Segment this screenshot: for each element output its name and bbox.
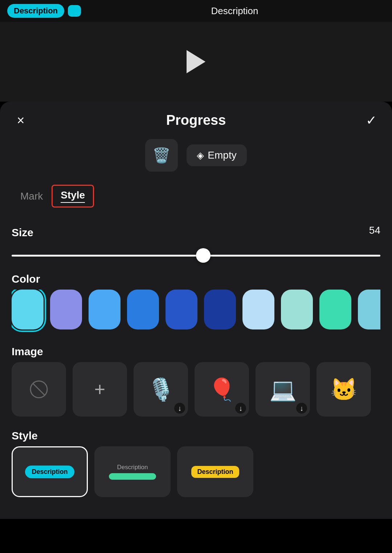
image-item-balloon[interactable]: 🎈 ↓ [195, 362, 249, 417]
delete-button[interactable]: 🗑️ [145, 139, 178, 172]
style-row: Description Description Description [12, 446, 380, 497]
image-item-cat[interactable]: 🐱 [317, 362, 371, 417]
style-progress-bar [109, 473, 156, 480]
slider-track [12, 255, 380, 257]
image-label: Image [12, 345, 380, 358]
top-bar: Description Description [0, 0, 392, 22]
image-item-none[interactable] [12, 362, 66, 417]
color-swatch-2[interactable] [89, 290, 121, 329]
download-icon-mic: ↓ [174, 403, 185, 414]
size-slider[interactable] [12, 248, 380, 263]
balloon-emoji: 🎈 [208, 377, 236, 402]
color-swatch-1[interactable] [50, 290, 82, 329]
tabs-row: Mark Style [12, 185, 380, 208]
download-icon-laptop: ↓ [296, 403, 307, 414]
color-swatch-8[interactable] [319, 290, 351, 329]
main-panel: × Progress ✓ 🗑️ ◈ Empty Mark Style Size … [0, 102, 392, 519]
style-pill-preview: Description [25, 466, 74, 478]
image-item-add[interactable]: + [73, 362, 127, 417]
trash-icon: 🗑️ [152, 147, 171, 164]
confirm-button[interactable]: ✓ [362, 113, 380, 128]
top-bar-small-pill[interactable] [68, 5, 81, 17]
fill-icon: ◈ [197, 150, 204, 161]
color-row [12, 290, 380, 332]
download-icon-balloon: ↓ [235, 403, 246, 414]
color-swatch-3[interactable] [127, 290, 159, 329]
size-value: 54 [369, 225, 380, 236]
style-item-pill[interactable]: Description [12, 446, 88, 497]
color-swatch-4[interactable] [166, 290, 197, 329]
color-label: Color [12, 273, 380, 285]
tab-style[interactable]: Style [52, 185, 94, 208]
play-button[interactable] [187, 50, 205, 73]
style-progress-inner: Description [100, 464, 165, 480]
close-button[interactable]: × [12, 113, 30, 128]
tab-mark[interactable]: Mark [12, 186, 52, 206]
style-item-yellow[interactable]: Description [177, 446, 253, 497]
color-swatch-6[interactable] [242, 290, 274, 329]
style-item-progress[interactable]: Description [94, 446, 171, 497]
preview-area [0, 22, 392, 102]
style-yellow-preview: Description [191, 466, 239, 478]
action-row: 🗑️ ◈ Empty [12, 139, 380, 172]
style-label: Style [12, 430, 380, 442]
color-swatch-0[interactable] [12, 290, 44, 329]
image-row: + 🎙️ ↓ 🎈 ↓ 💻 ↓ 🐱 [12, 362, 380, 417]
empty-label: Empty [208, 149, 236, 161]
plus-icon: + [94, 378, 105, 400]
mic-emoji: 🎙️ [147, 377, 175, 402]
top-bar-pill-label: Description [14, 6, 58, 16]
cat-emoji: 🐱 [330, 377, 358, 402]
color-swatch-5[interactable] [204, 290, 236, 329]
image-item-mic[interactable]: 🎙️ ↓ [134, 362, 188, 417]
size-label: Size [12, 226, 33, 239]
top-bar-pill[interactable]: Description [7, 4, 64, 18]
tab-underline [61, 202, 85, 203]
svg-line-1 [33, 384, 45, 395]
size-row: Size 54 [12, 218, 380, 243]
color-swatch-9[interactable] [358, 290, 380, 329]
color-swatch-7[interactable] [281, 290, 313, 329]
style-desc-text: Description [117, 464, 148, 471]
top-bar-center-title: Description [85, 5, 385, 17]
panel-title: Progress [166, 112, 226, 128]
image-item-laptop[interactable]: 💻 ↓ [256, 362, 310, 417]
slider-thumb[interactable] [196, 248, 211, 263]
laptop-emoji: 💻 [269, 377, 297, 402]
panel-header: × Progress ✓ [12, 112, 380, 128]
empty-button[interactable]: ◈ Empty [187, 144, 246, 166]
